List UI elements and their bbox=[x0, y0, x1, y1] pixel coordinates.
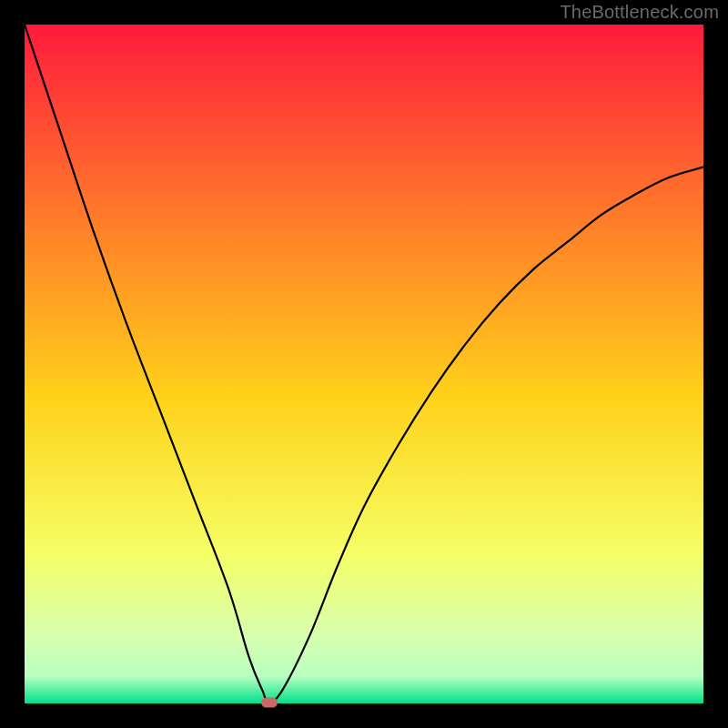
plot-area bbox=[25, 25, 703, 703]
optimal-point-marker bbox=[261, 697, 278, 707]
plot-inner bbox=[25, 25, 703, 703]
watermark-text: TheBottleneck.com bbox=[560, 2, 719, 23]
chart-frame: TheBottleneck.com bbox=[0, 0, 728, 728]
bottleneck-curve bbox=[25, 25, 703, 703]
